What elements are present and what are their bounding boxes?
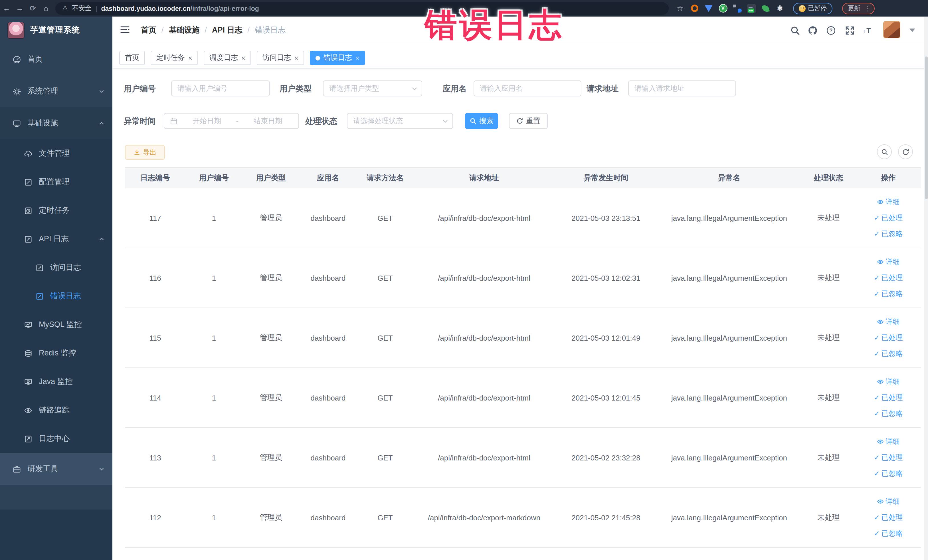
sidebar-item-error-log[interactable]: 错误日志	[0, 282, 112, 310]
close-icon[interactable]: ×	[295, 54, 298, 62]
sidebar-item-redis[interactable]: Redis 监控	[0, 339, 112, 368]
user-type-cell: 管理员	[243, 428, 299, 488]
vue-devtools-icon[interactable]: V	[718, 4, 728, 13]
detail-link[interactable]: 详细	[858, 374, 919, 390]
reset-button[interactable]: 重置	[509, 113, 548, 129]
sidebar-item-label: API 日志	[39, 234, 69, 244]
chevron-down-icon	[442, 118, 449, 124]
tab-错误日志[interactable]: 错误日志×	[310, 51, 365, 65]
process-status-select[interactable]: 请选择处理状态	[347, 113, 453, 129]
eye-icon	[877, 198, 884, 205]
paused-badge[interactable]: 已暂停	[793, 3, 832, 14]
tab-label: 调度日志	[209, 53, 238, 63]
column-header: 处理状态	[801, 168, 856, 188]
fullscreen-icon[interactable]	[844, 25, 855, 35]
sidebar-item-system[interactable]: 系统管理	[0, 75, 112, 107]
font-size-icon[interactable]: TT	[862, 25, 872, 35]
sidebar-item-api-log[interactable]: API 日志	[0, 225, 112, 253]
sidebar-item-trace[interactable]: 链路追踪	[0, 396, 112, 424]
ignored-link[interactable]: ✓已忽略	[858, 465, 919, 482]
reload-icon[interactable]: ⟳	[26, 4, 40, 12]
processed-link[interactable]: ✓已处理	[858, 390, 919, 406]
detail-link[interactable]: 详细	[858, 314, 919, 330]
back-icon[interactable]: ←	[0, 4, 13, 12]
sidebar-item-home[interactable]: 首页	[0, 43, 112, 75]
collapse-menu-icon[interactable]	[120, 24, 130, 37]
log-id-cell: 117	[125, 188, 185, 248]
close-icon[interactable]: ×	[188, 54, 192, 62]
monitor-icon	[12, 119, 21, 128]
refresh-icon	[516, 117, 523, 124]
sidebar-item-log-center[interactable]: 日志中心	[0, 424, 112, 453]
ignored-link[interactable]: ✓已忽略	[858, 286, 919, 302]
close-icon[interactable]: ×	[241, 54, 245, 62]
processed-link[interactable]: ✓已处理	[858, 270, 919, 286]
security-label: 不安全	[72, 4, 92, 12]
bookmark-star-icon[interactable]: ☆	[676, 4, 685, 13]
tab-调度日志[interactable]: 调度日志×	[204, 51, 251, 65]
detail-link[interactable]: 详细	[858, 254, 919, 270]
tab-首页[interactable]: 首页	[119, 51, 145, 65]
extension-grid-icon[interactable]	[733, 4, 742, 13]
detail-link[interactable]: 详细	[858, 194, 919, 210]
sidebar-item-access-log[interactable]: 访问日志	[0, 253, 112, 282]
actions-cell: 详细✓已处理✓已忽略	[856, 368, 921, 428]
log-center-icon	[24, 435, 32, 443]
breadcrumb-item[interactable]: 基础设施	[169, 25, 200, 35]
detail-link[interactable]: 详细	[858, 493, 919, 510]
scrollbar-thumb[interactable]	[925, 56, 927, 199]
check-icon: ✓	[874, 465, 879, 482]
breadcrumb-item[interactable]: 首页	[141, 25, 156, 35]
search-icon[interactable]	[790, 25, 800, 35]
page-scrollbar[interactable]	[924, 17, 928, 560]
search-button[interactable]: 搜索	[465, 113, 498, 129]
sidebar-item-dev-tools[interactable]: 研发工具	[0, 453, 112, 485]
extension-on-icon[interactable]: on	[747, 4, 756, 13]
forward-icon[interactable]: →	[13, 4, 26, 12]
extension-orange-icon[interactable]	[690, 4, 699, 13]
sidebar-item-job[interactable]: 定时任务	[0, 196, 112, 225]
detail-link[interactable]: 详细	[858, 433, 919, 450]
app-logo-row[interactable]: 芋道管理系统	[0, 17, 112, 43]
sidebar-item-infra[interactable]: 基础设施	[0, 107, 112, 139]
sidebar-item-config[interactable]: 配置管理	[0, 168, 112, 196]
request-url-cell: /api/infra/db-doc/export-markdown	[414, 488, 554, 548]
close-icon[interactable]: ×	[356, 54, 359, 62]
ignored-link[interactable]: ✓已忽略	[858, 346, 919, 362]
extension-star-icon[interactable]: ✱	[775, 4, 785, 13]
toggle-search-button[interactable]	[877, 144, 892, 159]
chevron-down-icon	[99, 466, 104, 472]
export-button[interactable]: 导出	[125, 145, 165, 160]
update-badge[interactable]: 更新⋮	[842, 3, 875, 14]
sidebar-item-mysql[interactable]: MySQL 监控	[0, 310, 112, 339]
tab-访问日志[interactable]: 访问日志×	[257, 51, 304, 65]
breadcrumb-separator: /	[247, 26, 250, 34]
browser-menu-icon[interactable]: ⋮	[864, 4, 871, 12]
github-icon[interactable]	[807, 25, 818, 35]
processed-link[interactable]: ✓已处理	[858, 330, 919, 346]
processed-link[interactable]: ✓已处理	[858, 210, 919, 226]
address-bar[interactable]: ⚠ 不安全 | dashboard.yudao.iocoder.cn/infra…	[55, 2, 669, 15]
ignored-link[interactable]: ✓已忽略	[858, 226, 919, 242]
refresh-table-button[interactable]	[898, 144, 913, 159]
avatar-caret-icon[interactable]	[910, 29, 915, 32]
ignored-link[interactable]: ✓已忽略	[858, 525, 919, 542]
user-id-input[interactable]	[171, 81, 270, 96]
tab-定时任务[interactable]: 定时任务×	[151, 51, 198, 65]
breadcrumb-item[interactable]: API 日志	[212, 25, 243, 35]
processed-link[interactable]: ✓已处理	[858, 450, 919, 465]
user-avatar[interactable]	[883, 21, 901, 38]
sidebar-item-java[interactable]: Java 监控	[0, 368, 112, 396]
request-url-input[interactable]	[628, 81, 736, 96]
ignored-link[interactable]: ✓已忽略	[858, 406, 919, 422]
eye-icon	[877, 378, 884, 385]
app-name-input[interactable]	[473, 81, 582, 96]
exception-time-range[interactable]: 开始日期 - 结束日期	[164, 113, 299, 129]
home-icon[interactable]: ⌂	[40, 4, 52, 12]
user-type-select[interactable]: 请选择用户类型	[323, 81, 422, 96]
extension-shield-icon[interactable]	[704, 4, 713, 13]
sidebar-item-file[interactable]: 文件管理	[0, 139, 112, 168]
extension-leaf-icon[interactable]	[761, 4, 770, 13]
processed-link[interactable]: ✓已处理	[858, 510, 919, 525]
help-icon[interactable]: ?	[826, 25, 836, 35]
